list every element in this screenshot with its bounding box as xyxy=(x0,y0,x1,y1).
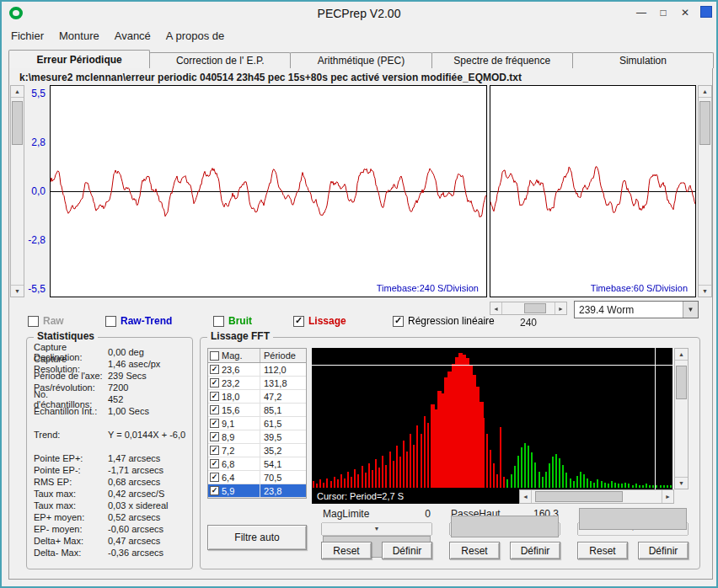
fft-vscrollbar-down-button[interactable]: ▼ xyxy=(675,477,688,489)
harmonic-checkbox[interactable] xyxy=(210,392,219,401)
harmonic-checkbox[interactable] xyxy=(210,473,219,482)
stat-value: 1,47 arcsecs xyxy=(108,453,189,463)
raw-checkbox-box[interactable] xyxy=(28,316,39,327)
fft-hscrollbar-thumb[interactable] xyxy=(535,491,623,502)
fft-mag-value: 8,9 xyxy=(222,432,234,442)
fft-hscrollbar-right-button[interactable]: ► xyxy=(662,490,673,503)
fft-vscrollbar-thumb[interactable] xyxy=(676,366,687,399)
fft-mag-cell: 8,9 xyxy=(208,430,260,443)
maglimite-scrollbar-down-button[interactable]: ▼ xyxy=(322,522,431,534)
harmonic-checkbox[interactable] xyxy=(210,486,219,495)
fft-hscrollbar-left-button[interactable]: ◄ xyxy=(520,490,532,503)
right-chart-vscrollbar[interactable]: ▲▼ xyxy=(698,85,712,297)
filter-value: 0 xyxy=(425,508,431,520)
passebas-scrollbar[interactable]: ▲▼ xyxy=(577,523,689,535)
menu-item-monture[interactable]: Monture xyxy=(51,26,107,45)
tab-spectre-de-fr-quence[interactable]: Spectre de fréquence xyxy=(431,52,573,68)
fft-table-row[interactable]: 6,854,1 xyxy=(208,457,306,471)
minimize-button[interactable]: — xyxy=(632,5,651,20)
lissage-checkbox-box[interactable] xyxy=(293,316,304,327)
harmonic-checkbox[interactable] xyxy=(210,446,219,455)
fft-spectrum-plot[interactable] xyxy=(312,348,672,489)
stat-label: Delta+ Max: xyxy=(34,536,108,546)
maglimite-scrollbar[interactable]: ▲▼ xyxy=(321,523,432,535)
checkbox-raw-trend[interactable]: Raw-Trend xyxy=(105,315,172,327)
left-chart-vscrollbar[interactable]: ▲▼ xyxy=(10,85,24,297)
passebas-reset-button[interactable]: Reset xyxy=(577,542,628,559)
fft-period-value: 39,5 xyxy=(260,432,306,442)
fft-table-row[interactable]: 23,2131,8 xyxy=(208,377,306,390)
right-chart-vscrollbar-down-button[interactable]: ▼ xyxy=(699,285,711,297)
maximize-button[interactable]: □ xyxy=(654,5,672,20)
maglimite-definir-button[interactable]: Définir xyxy=(382,542,432,559)
stat-label: Delta- Max: xyxy=(34,548,108,558)
passehaut-reset-button[interactable]: Reset xyxy=(449,542,500,559)
harmonic-checkbox[interactable] xyxy=(210,459,219,468)
fft-table-row[interactable]: 18,047,2 xyxy=(208,390,306,404)
checkbox-r-gression-lin-aire[interactable]: Régression linéaire xyxy=(393,315,495,327)
harmonic-checkbox[interactable] xyxy=(210,365,219,374)
checkbox-lissage[interactable]: Lissage xyxy=(293,315,346,327)
fft-mag-value: 9,1 xyxy=(222,419,234,429)
passehaut-scrollbar[interactable]: ▲▼ xyxy=(449,523,560,535)
fft-table-row[interactable]: 7,235,2 xyxy=(208,444,306,457)
fft-table-row[interactable]: 6,470,5 xyxy=(208,471,306,484)
fft-cursor-readout: Cursor: Period=2,7 S xyxy=(312,489,519,504)
passebas-definir-button[interactable]: Définir xyxy=(638,542,689,559)
fft-mag-cell: 23,2 xyxy=(208,377,260,389)
fft-period-value: 131,8 xyxy=(260,378,306,388)
left-chart-vscrollbar-down-button[interactable]: ▼ xyxy=(11,285,24,297)
display-options-row: RawRaw-TrendBruitLissageRégression linéa… xyxy=(9,315,712,330)
harmonic-checkbox[interactable] xyxy=(210,405,219,414)
menu-item-fichier[interactable]: Fichier xyxy=(3,26,51,45)
worm-position-hscrollbar-left-button[interactable]: ◄ xyxy=(490,302,502,314)
mag-header-checkbox[interactable] xyxy=(210,351,219,361)
checkbox-label: Raw-Trend xyxy=(121,315,172,327)
pecprep-window: PECPrep V2.00 — □ ✕ FichierMontureAvancé… xyxy=(0,0,718,588)
raw-trend-checkbox-box[interactable] xyxy=(105,316,116,327)
bruit-checkbox-box[interactable] xyxy=(213,316,224,327)
passehaut-scrollbar-thumb[interactable] xyxy=(451,516,559,537)
maglimite-reset-button[interactable]: Reset xyxy=(321,542,372,559)
r-gression-lin-aire-checkbox-box[interactable] xyxy=(393,316,404,327)
fft-vscrollbar-up-button[interactable]: ▲ xyxy=(675,349,688,361)
fft-table-row[interactable]: 5,923,8 xyxy=(208,484,306,498)
left-chart-vscrollbar-up-button[interactable]: ▲ xyxy=(11,86,24,98)
worm-position-hscrollbar-thumb[interactable] xyxy=(524,303,546,313)
fft-table-row[interactable]: 23,6112,0 xyxy=(208,363,306,377)
worm-position-hscrollbar[interactable]: ◄► xyxy=(490,302,567,315)
menu-item-avanc[interactable]: Avancé xyxy=(107,26,158,45)
fft-table-row[interactable]: 9,161,5 xyxy=(208,417,306,430)
tab-correction-de-l-e-p[interactable]: Correction de l' E.P. xyxy=(149,52,291,68)
right-chart-vscrollbar-thumb[interactable] xyxy=(699,101,710,145)
fft-table-header: Mag.Période xyxy=(208,349,306,363)
titlebar[interactable]: PECPrep V2.00 — □ ✕ xyxy=(2,2,716,24)
fft-vscrollbar[interactable]: ▲▼ xyxy=(674,348,689,489)
stat-row: EP- moyen:-0,60 arcsecs xyxy=(34,523,189,535)
left-chart-vscrollbar-thumb[interactable] xyxy=(12,101,23,145)
window-title: PECPrep V2.00 xyxy=(2,7,716,20)
harmonic-checkbox[interactable] xyxy=(210,378,219,388)
stat-value: 0,00 deg xyxy=(108,347,189,357)
checkbox-bruit[interactable]: Bruit xyxy=(213,315,252,327)
passebas-scrollbar-thumb[interactable] xyxy=(579,508,687,530)
filtre-auto-button[interactable]: Filtre auto xyxy=(207,525,307,550)
fft-table-row[interactable]: 15,685,1 xyxy=(208,404,306,417)
fft-mag-value: 6,4 xyxy=(222,473,234,483)
tab-erreur-p-riodique[interactable]: Erreur Périodique xyxy=(8,50,150,68)
y-axis-label: -5,5 xyxy=(28,283,46,295)
tab-simulation[interactable]: Simulation xyxy=(572,52,714,68)
tab-arithm-tique-pec[interactable]: Arithmétique (PEC) xyxy=(290,52,431,68)
passehaut-definir-button[interactable]: Définir xyxy=(510,542,560,559)
harmonic-checkbox[interactable] xyxy=(210,432,219,441)
checkbox-raw[interactable]: Raw xyxy=(28,315,64,327)
right-chart-vscrollbar-up-button[interactable]: ▲ xyxy=(699,86,711,98)
harmonic-checkbox[interactable] xyxy=(210,419,219,428)
worm-position-hscrollbar-right-button[interactable]: ► xyxy=(555,302,566,314)
close-button[interactable]: ✕ xyxy=(676,5,694,20)
menu-item-a-propos-de[interactable]: A propos de xyxy=(158,26,232,45)
fft-table-row[interactable]: 8,939,5 xyxy=(208,430,306,444)
fft-mag-cell: 7,2 xyxy=(208,444,260,457)
stat-value: -1,71 arcsecs xyxy=(108,465,189,475)
fft-hscrollbar[interactable]: ◄► xyxy=(519,489,674,504)
